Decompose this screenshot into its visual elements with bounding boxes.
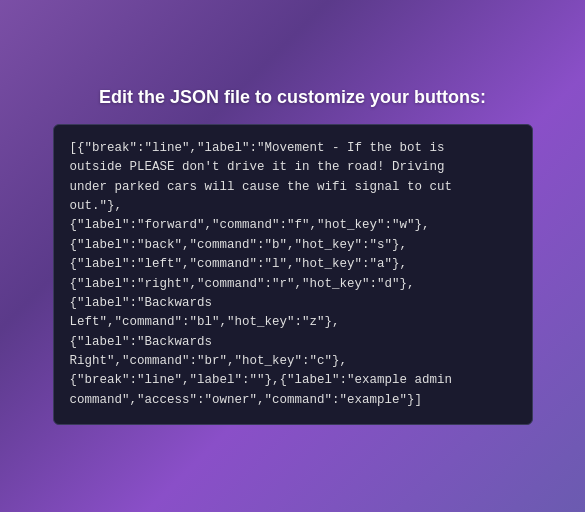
code-content: [{"break":"line","label":"Movement - If … (70, 139, 516, 410)
main-container: Edit the JSON file to customize your but… (33, 67, 553, 445)
page-title: Edit the JSON file to customize your but… (53, 87, 533, 108)
code-box: [{"break":"line","label":"Movement - If … (53, 124, 533, 425)
